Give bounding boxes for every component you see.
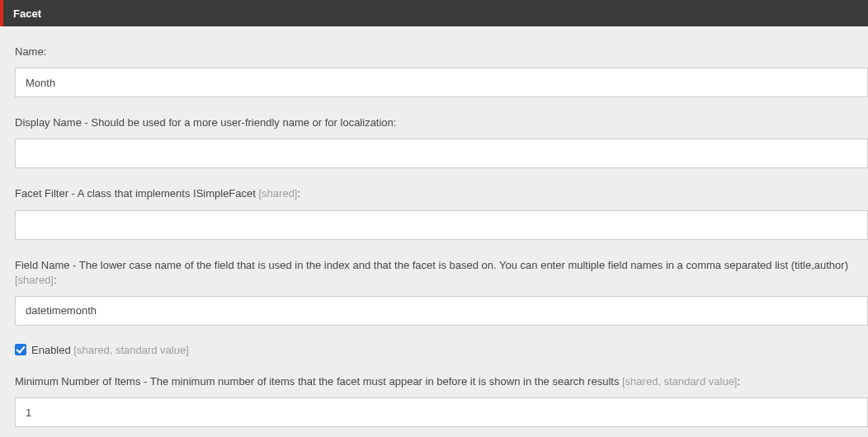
field-fieldname-label: Field Name - The lower case name of the … xyxy=(15,258,868,288)
field-name-block: Name: xyxy=(15,45,868,97)
fieldname-input[interactable] xyxy=(15,296,868,326)
panel-body: Name: Display Name - Should be used for … xyxy=(0,26,868,427)
minitems-label-meta: [shared, standard value] xyxy=(622,375,737,388)
field-fieldname-block: Field Name - The lower case name of the … xyxy=(15,258,868,326)
facetfilter-label-meta: [shared] xyxy=(259,187,298,200)
facetfilter-label-suffix: : xyxy=(297,187,300,200)
facetfilter-label-text: Facet Filter - A class that implements I… xyxy=(15,187,259,200)
panel-header[interactable]: Facet xyxy=(0,0,868,26)
minitems-label-suffix: : xyxy=(737,375,740,388)
minitems-input[interactable] xyxy=(15,397,868,427)
field-facetfilter-label: Facet Filter - A class that implements I… xyxy=(15,186,868,201)
field-enabled-block: Enabled [shared, standard value] xyxy=(15,344,868,356)
field-minitems-block: Minimum Number of Items - The minimum nu… xyxy=(15,374,868,427)
fieldname-label-meta: [shared] xyxy=(15,274,54,286)
enabled-label-text: Enabled xyxy=(31,344,73,356)
fieldname-label-suffix: : xyxy=(54,274,57,286)
facetfilter-input[interactable] xyxy=(15,210,868,240)
enabled-checkbox[interactable] xyxy=(15,344,26,355)
name-input[interactable] xyxy=(15,68,868,97)
field-minitems-label: Minimum Number of Items - The minimum nu… xyxy=(15,374,868,389)
fieldname-label-text: Field Name - The lower case name of the … xyxy=(15,259,848,271)
facet-panel: Facet Name: Display Name - Should be use… xyxy=(0,0,868,427)
minitems-label-text: Minimum Number of Items - The minimum nu… xyxy=(15,375,622,388)
field-name-label: Name: xyxy=(15,45,868,59)
displayname-input[interactable] xyxy=(15,139,868,168)
enabled-label: Enabled [shared, standard value] xyxy=(31,344,189,356)
field-displayname-block: Display Name - Should be used for a more… xyxy=(15,115,868,168)
enabled-label-meta: [shared, standard value] xyxy=(73,344,188,356)
panel-title: Facet xyxy=(13,7,41,20)
field-facetfilter-block: Facet Filter - A class that implements I… xyxy=(15,186,868,239)
field-displayname-label: Display Name - Should be used for a more… xyxy=(15,115,868,130)
